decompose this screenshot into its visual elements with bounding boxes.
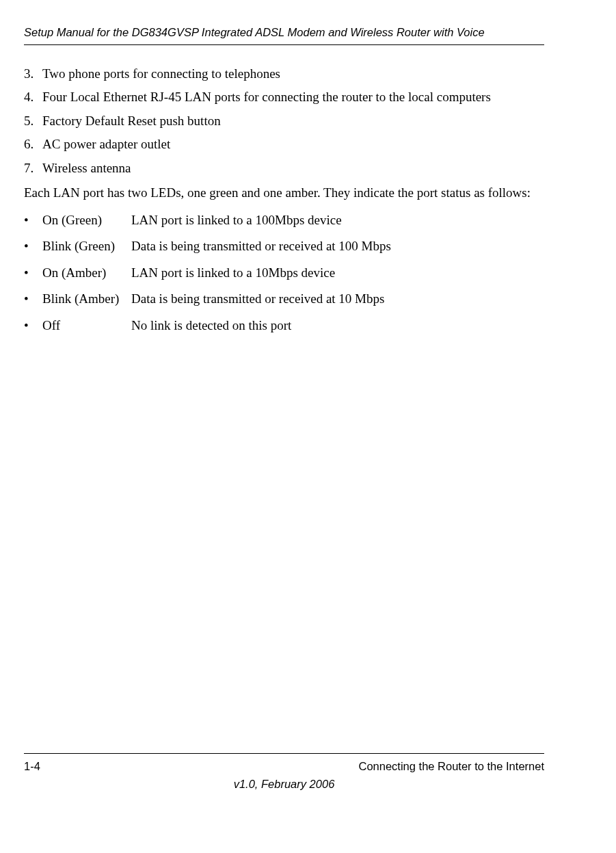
list-item: 3. Two phone ports for connecting to tel… (24, 64, 544, 84)
bullet-dot-icon: • (24, 316, 42, 336)
footer-row: 1-4 Connecting the Router to the Interne… (24, 758, 544, 775)
bullet-dot-icon: • (24, 263, 42, 283)
bullet-description: LAN port is linked to a 100Mbps device (131, 211, 342, 231)
bullet-description: Data is being transmitted or received at… (131, 237, 391, 257)
bullet-dot-icon: • (24, 289, 42, 309)
header-rule (24, 44, 544, 45)
bullet-item: • Blink (Green) Data is being transmitte… (24, 237, 544, 257)
list-item-text: Wireless antenna (42, 159, 131, 179)
bullet-state-label: Blink (Amber) (42, 289, 131, 309)
footer-version: v1.0, February 2006 (24, 776, 544, 793)
list-item-number: 7. (24, 159, 42, 179)
bullet-state-label: On (Green) (42, 211, 131, 231)
list-item-number: 3. (24, 64, 42, 84)
bullet-item: • Off No link is detected on this port (24, 316, 544, 336)
list-item: 7. Wireless antenna (24, 159, 544, 179)
bullet-description: No link is detected on this port (131, 316, 291, 336)
list-item-number: 4. (24, 88, 42, 107)
page-number: 1-4 (24, 758, 40, 775)
numbered-list: 3. Two phone ports for connecting to tel… (24, 64, 544, 179)
list-item: 5. Factory Default Reset push button (24, 111, 544, 131)
list-item-number: 5. (24, 111, 42, 131)
document-header-title: Setup Manual for the DG834GVSP Integrate… (24, 26, 544, 40)
bullet-state-label: On (Amber) (42, 263, 131, 283)
list-item: 4. Four Local Ethernet RJ-45 LAN ports f… (24, 88, 544, 107)
bullet-state-label: Off (42, 316, 131, 336)
section-title: Connecting the Router to the Internet (358, 758, 544, 775)
bullet-item: • On (Green) LAN port is linked to a 100… (24, 211, 544, 231)
footer-rule (24, 753, 544, 754)
body-paragraph: Each LAN port has two LEDs, one green an… (24, 183, 544, 202)
bullet-item: • On (Amber) LAN port is linked to a 10M… (24, 263, 544, 283)
bullet-description: LAN port is linked to a 10Mbps device (131, 263, 335, 283)
bullet-item: • Blink (Amber) Data is being transmitte… (24, 289, 544, 309)
list-item-text: Four Local Ethernet RJ-45 LAN ports for … (42, 88, 491, 107)
bullet-state-label: Blink (Green) (42, 237, 131, 257)
list-item-number: 6. (24, 135, 42, 155)
list-item-text: AC power adapter outlet (42, 135, 170, 155)
bullet-list: • On (Green) LAN port is linked to a 100… (24, 211, 544, 336)
list-item-text: Factory Default Reset push button (42, 111, 221, 131)
bullet-dot-icon: • (24, 211, 42, 231)
list-item: 6. AC power adapter outlet (24, 135, 544, 155)
bullet-description: Data is being transmitted or received at… (131, 289, 384, 309)
page-footer: 1-4 Connecting the Router to the Interne… (24, 753, 544, 793)
bullet-dot-icon: • (24, 237, 42, 257)
list-item-text: Two phone ports for connecting to teleph… (42, 64, 280, 84)
